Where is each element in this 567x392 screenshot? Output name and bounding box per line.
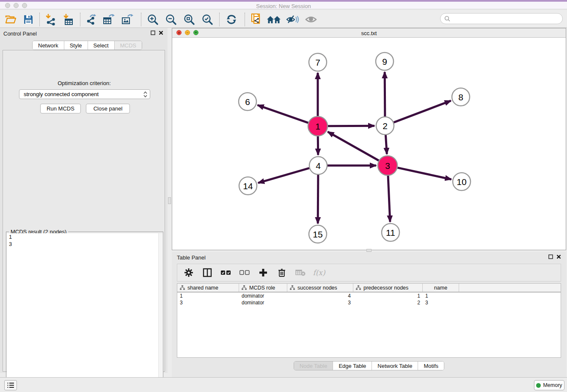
column-header-label: successor nodes	[297, 285, 337, 291]
import-table-button[interactable]	[61, 13, 75, 26]
optimization-criterion-value: strongly connected component	[24, 91, 99, 97]
column-header-predecessor-nodes[interactable]: predecessor nodes	[353, 284, 423, 292]
graph-edge-3-10[interactable]	[397, 168, 451, 179]
save-session-button[interactable]	[21, 13, 36, 26]
search-input[interactable]	[453, 16, 559, 22]
function-builder-button[interactable]: f(x)	[313, 266, 325, 279]
node-table[interactable]: shared nameMCDS rolesuccessor nodesprede…	[177, 283, 561, 358]
zoom-fit-button[interactable]	[182, 13, 196, 26]
first-neighbors-button[interactable]	[267, 13, 281, 26]
close-panel-button[interactable]: Close panel	[86, 104, 130, 113]
column-header-MCDS-role[interactable]: MCDS role	[239, 284, 287, 292]
zoom-out-icon	[165, 14, 177, 25]
create-column-button[interactable]	[257, 266, 270, 279]
tab-mcds[interactable]: MCDS	[115, 41, 142, 50]
horizontal-splitter-grip[interactable]	[366, 249, 372, 252]
table-cell[interactable]: dominator	[239, 299, 287, 306]
result-scrollbar-track[interactable]	[158, 233, 163, 392]
export-network-icon	[85, 14, 97, 25]
float-panel-icon[interactable]	[548, 254, 553, 259]
tab-select[interactable]: Select	[88, 41, 115, 50]
fx-icon: f(x)	[313, 268, 325, 277]
tab-node-table[interactable]: Node Table	[294, 362, 333, 370]
show-all-button[interactable]	[304, 13, 318, 26]
table-cell[interactable]: dominator	[239, 293, 287, 299]
table-settings-button[interactable]	[182, 266, 195, 279]
column-header-shared-name[interactable]: shared name	[177, 284, 239, 292]
hide-selected-button[interactable]	[285, 13, 300, 26]
tab-network-table[interactable]: Network Table	[372, 362, 418, 370]
tab-style[interactable]: Style	[64, 41, 88, 50]
graph-edge-4-14[interactable]	[258, 168, 309, 183]
graph-node-label: 1	[315, 121, 320, 131]
delete-column-button[interactable]	[275, 266, 288, 279]
open-file-button[interactable]	[3, 13, 18, 26]
network-view-frame: x – + scc.txt 7968124314101511	[172, 28, 566, 250]
refresh-icon	[226, 14, 237, 25]
graph-edge-1-6[interactable]	[258, 105, 308, 123]
zoom-fit-icon	[183, 14, 195, 25]
vertical-splitter-grip[interactable]	[168, 197, 171, 204]
search-box[interactable]	[440, 13, 563, 24]
table-cell[interactable]: 4	[287, 293, 353, 299]
zoom-selected-icon	[201, 14, 213, 25]
table-row[interactable]: 3dominator323	[177, 299, 561, 306]
graph-edge-3-1[interactable]	[328, 132, 379, 160]
table-cell[interactable]: 3	[287, 299, 353, 306]
export-image-button[interactable]	[120, 13, 135, 26]
select-all-columns-button[interactable]	[220, 266, 232, 279]
network-canvas[interactable]: 7968124314101511	[172, 38, 566, 250]
task-history-button[interactable]	[4, 380, 17, 390]
zoom-in-button[interactable]	[146, 13, 160, 26]
tab-motifs[interactable]: Motifs	[418, 362, 444, 370]
optimization-criterion-select[interactable]: strongly connected component	[19, 89, 150, 99]
optimization-criterion-label: Optimization criterion:	[3, 80, 165, 86]
graph-edge-3-11[interactable]	[388, 176, 390, 222]
graph-edge-2-8[interactable]	[394, 101, 451, 122]
apply-layout-button[interactable]	[224, 13, 239, 26]
delete-table-icon	[295, 269, 306, 276]
deselect-all-columns-button[interactable]	[238, 266, 251, 279]
zoom-out-button[interactable]	[164, 13, 178, 26]
delete-table-button[interactable]	[294, 266, 307, 279]
graph-node-label: 4	[316, 161, 321, 171]
select-stepper-icon	[143, 91, 147, 97]
graph-node-label: 2	[383, 121, 388, 131]
table-cell[interactable]: 2	[353, 299, 423, 306]
table-body: 1dominator4113dominator323	[177, 293, 561, 306]
table-header-row: shared nameMCDS rolesuccessor nodesprede…	[177, 284, 561, 293]
attribute-hierarchy-icon	[242, 285, 247, 290]
graph-node-label: 8	[458, 92, 463, 102]
table-cell[interactable]: 1	[423, 293, 459, 299]
network-graph[interactable]: 7968124314101511	[172, 38, 566, 250]
show-column-button[interactable]	[201, 266, 214, 279]
checked-boxes-icon	[221, 270, 231, 275]
export-table-button[interactable]	[102, 13, 116, 26]
new-network-from-selection-button[interactable]	[249, 13, 263, 26]
attribute-hierarchy-icon	[356, 285, 361, 290]
run-mcds-button[interactable]: Run MCDS	[40, 104, 81, 113]
table-cell[interactable]: 3	[177, 299, 239, 306]
close-panel-icon[interactable]	[159, 30, 163, 35]
graph-edge-2-3[interactable]	[385, 135, 387, 154]
export-network-button[interactable]	[84, 13, 98, 26]
table-row[interactable]: 1dominator411	[177, 293, 561, 299]
table-cell[interactable]: 1	[177, 293, 239, 299]
memory-button[interactable]: Memory	[534, 380, 564, 390]
import-network-button[interactable]	[43, 13, 58, 26]
tab-network[interactable]: Network	[33, 41, 64, 50]
table-cell[interactable]: 1	[353, 293, 423, 299]
tab-edge-table[interactable]: Edge Table	[333, 362, 372, 370]
graph-edge-2-9[interactable]	[385, 72, 385, 116]
graph-edge-4-15[interactable]	[318, 175, 318, 224]
column-header-successor-nodes[interactable]: successor nodes	[287, 284, 353, 292]
zoom-selected-button[interactable]	[200, 13, 215, 26]
float-panel-icon[interactable]	[151, 30, 155, 35]
unchecked-boxes-icon	[239, 270, 250, 275]
table-cell[interactable]: 3	[423, 299, 459, 306]
mcds-result-area[interactable]: 13	[7, 233, 163, 392]
graph-edge-1-2[interactable]	[328, 126, 374, 126]
column-header-name[interactable]: name	[423, 284, 459, 292]
close-panel-icon[interactable]	[556, 254, 561, 259]
houses-icon	[267, 14, 281, 25]
